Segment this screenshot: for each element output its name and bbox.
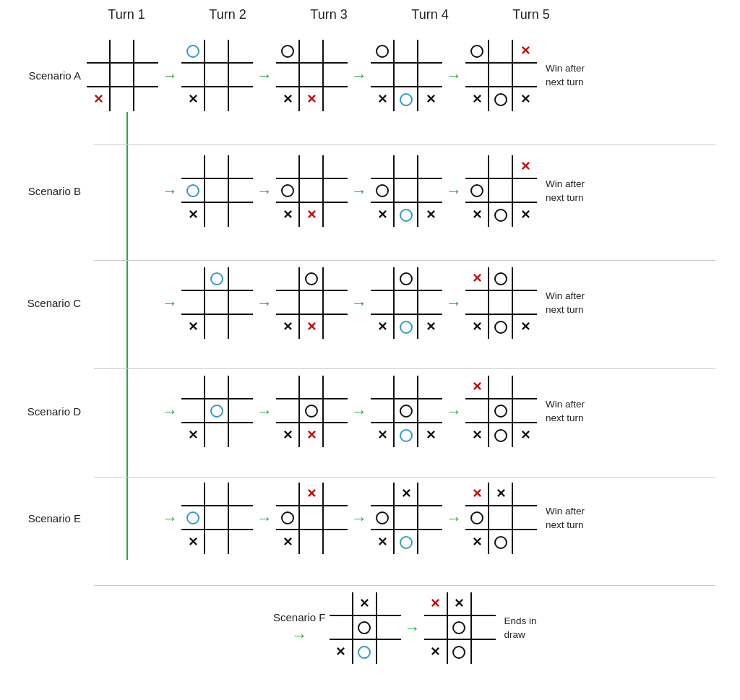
scenario-d-t2-board: ✕ — [181, 376, 253, 447]
scenario-e-t3-board: ✕ ✕ — [276, 483, 348, 554]
scenario-a-label: Scenario A — [0, 69, 87, 82]
turn1-header: Turn 1 — [87, 7, 166, 22]
arrow-b-t4-t5: → — [446, 182, 462, 201]
scenario-c-t3-board: ✕ ✕ — [276, 267, 348, 339]
turn4-header: Turn 4 — [390, 7, 470, 22]
scenario-f-outcome: Ends indraw — [504, 615, 537, 642]
scenario-a-t5-board: ✕ ✕ ✕ — [465, 40, 537, 111]
arrow-e-t1-t2: → — [162, 509, 178, 528]
scenario-c-outcome: Win afternext turn — [546, 290, 585, 317]
scenario-d-outcome: Win afternext turn — [546, 398, 585, 425]
scenario-d-t4-board: ✕ ✕ — [371, 376, 442, 447]
scenario-f-t4-board: ✕ ✕ — [330, 592, 401, 664]
arrow-b-t1-t2: → — [162, 182, 178, 201]
main-container: { "title": "Tic-Tac-Toe Game Tree", "tur… — [0, 0, 740, 700]
scenario-f-label: Scenario F — [273, 611, 326, 623]
arrow-f-t4-t5: → — [405, 619, 421, 638]
arrow-a-t2-t3: → — [257, 66, 272, 85]
arrow-c-t1-t2: → — [162, 294, 178, 313]
scenario-c-row: Scenario C → ✕ → ✕ ✕ → — [0, 267, 585, 339]
scenario-d-row: Scenario D → ✕ → ✕ ✕ → — [0, 376, 585, 447]
scenario-a-t4-board: ✕ ✕ — [371, 40, 442, 111]
arrow-e-t2-t3: → — [257, 509, 272, 528]
scenario-b-label: Scenario B — [0, 185, 87, 197]
scenario-d-label: Scenario D — [0, 405, 87, 418]
scenario-b-t4-board: ✕ ✕ — [371, 155, 442, 227]
scenario-e-t2-board: ✕ — [181, 483, 253, 554]
sep-d-e — [94, 477, 715, 478]
arrow-a-t3-t4: → — [351, 66, 367, 85]
arrow-b-t2-t3: → — [257, 182, 272, 201]
sep-c-d — [94, 368, 715, 369]
scenario-c-t5-board: ✕ ✕ ✕ — [465, 267, 537, 339]
arrow-d-t2-t3: → — [257, 402, 272, 421]
scenario-e-label: Scenario E — [0, 512, 87, 524]
scenario-c-label: Scenario C — [0, 297, 87, 309]
turn2-header: Turn 2 — [188, 7, 267, 22]
sep-b-c — [94, 260, 715, 261]
scenario-e-row: Scenario E → ✕ → ✕ ✕ → — [0, 483, 585, 554]
arrow-c-t3-t4: → — [351, 294, 367, 313]
arrow-b-t3-t4: → — [351, 182, 367, 201]
scenario-d-t5-board: ✕ ✕ ✕ — [465, 376, 537, 447]
scenario-a-t2-board: ✕ — [181, 40, 253, 111]
arrow-a-t1-t2: → — [162, 66, 178, 85]
sep-e-f — [94, 585, 715, 586]
arrow-d-t4-t5: → — [446, 402, 462, 421]
arrow-c-t2-t3: → — [257, 294, 272, 313]
arrow-e-t4-t5: → — [446, 509, 462, 528]
scenario-c-t2-board: ✕ — [181, 267, 253, 339]
scenario-f-row: Scenario F → ✕ ✕ → ✕ ✕ ✕ Ends — [0, 592, 537, 664]
scenario-c-t4-board: ✕ ✕ — [371, 267, 442, 339]
scenario-b-row: Scenario B → ✕ → ✕ ✕ → — [0, 155, 585, 227]
turn5-header: Turn 5 — [491, 7, 571, 22]
scenario-b-t3-board: ✕ ✕ — [276, 155, 348, 227]
scenario-f-t5-board: ✕ ✕ ✕ — [424, 592, 496, 664]
scenario-d-t3-board: ✕ ✕ — [276, 376, 348, 447]
scenario-e-t5-board: ✕ ✕ ✕ — [465, 483, 537, 554]
scenario-b-outcome: Win afternext turn — [546, 178, 585, 205]
arrow-a-t4-t5: → — [446, 66, 462, 85]
scenario-a-outcome: Win afternext turn — [546, 62, 585, 90]
scenario-a-t1-board: ✕ — [87, 40, 158, 111]
scenario-a-row: Scenario A ✕ → ✕ → — [0, 40, 585, 111]
sep-a-b — [94, 144, 715, 145]
scenario-e-outcome: Win afternext turn — [546, 505, 585, 532]
arrow-f-t2-t3: → — [291, 626, 307, 645]
scenario-b-t5-board: ✕ ✕ ✕ — [465, 155, 537, 227]
scenario-a-t3-board: ✕ ✕ — [276, 40, 348, 111]
turn3-header: Turn 3 — [289, 7, 369, 22]
arrow-c-t4-t5: → — [446, 294, 462, 313]
scenario-e-t4-board: ✕ ✕ — [371, 483, 442, 554]
arrow-d-t1-t2: → — [162, 402, 178, 421]
arrow-d-t3-t4: → — [351, 402, 367, 421]
arrow-e-t3-t4: → — [351, 509, 367, 528]
scenario-b-t2-board: ✕ — [181, 155, 253, 227]
